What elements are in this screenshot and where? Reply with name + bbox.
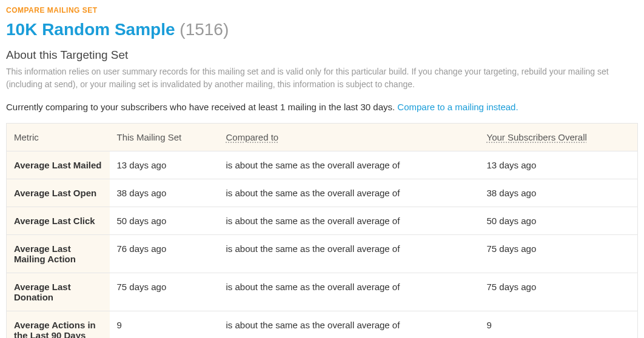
compare-to-mailing-link[interactable]: Compare to a mailing instead. [397, 102, 518, 112]
cell-overall: 50 days ago [480, 207, 638, 234]
cell-this: 9 [110, 311, 219, 338]
cell-this: 38 days ago [110, 179, 219, 207]
description-text: This information relies on user summary … [6, 65, 638, 91]
cell-overall: 13 days ago [480, 151, 638, 179]
page-title: 10K Random Sample (1516) [6, 19, 638, 40]
metrics-table: Metric This Mailing Set Compared to Your… [6, 123, 638, 338]
section-heading: About this Targeting Set [6, 48, 638, 62]
cell-metric: Average Last Open [7, 179, 110, 207]
cell-this: 50 days ago [110, 207, 219, 234]
compare-text: Currently comparing to your subscribers … [6, 102, 397, 112]
cell-metric: Average Last Donation [7, 273, 110, 311]
table-row: Average Actions in the Last 90 Days 9 is… [7, 311, 638, 338]
cell-this: 13 days ago [110, 151, 219, 179]
cell-this: 75 days ago [110, 273, 219, 311]
eyebrow-label: COMPARE MAILING SET [6, 6, 638, 15]
cell-compare: is about the same as the overall average… [219, 234, 480, 273]
cell-metric: Average Last Mailed [7, 151, 110, 179]
title-text: 10K Random Sample [6, 20, 175, 39]
cell-metric: Average Actions in the Last 90 Days [7, 311, 110, 338]
compare-line: Currently comparing to your subscribers … [6, 102, 638, 112]
cell-overall: 75 days ago [480, 234, 638, 273]
header-overall: Your Subscribers Overall [480, 123, 638, 151]
cell-compare: is about the same as the overall average… [219, 207, 480, 234]
cell-metric: Average Last Mailing Action [7, 234, 110, 273]
table-row: Average Last Donation 75 days ago is abo… [7, 273, 638, 311]
table-header-row: Metric This Mailing Set Compared to Your… [7, 123, 638, 151]
cell-overall: 38 days ago [480, 179, 638, 207]
cell-compare: is about the same as the overall average… [219, 179, 480, 207]
title-count: (1516) [179, 20, 229, 39]
cell-overall: 9 [480, 311, 638, 338]
cell-compare: is about the same as the overall average… [219, 311, 480, 338]
cell-compare: is about the same as the overall average… [219, 151, 480, 179]
cell-overall: 75 days ago [480, 273, 638, 311]
table-row: Average Last Click 50 days ago is about … [7, 207, 638, 234]
cell-metric: Average Last Click [7, 207, 110, 234]
header-compared-to: Compared to [219, 123, 480, 151]
cell-compare: is about the same as the overall average… [219, 273, 480, 311]
table-row: Average Last Mailed 13 days ago is about… [7, 151, 638, 179]
table-row: Average Last Open 38 days ago is about t… [7, 179, 638, 207]
cell-this: 76 days ago [110, 234, 219, 273]
table-row: Average Last Mailing Action 76 days ago … [7, 234, 638, 273]
header-this-set: This Mailing Set [110, 123, 219, 151]
header-metric: Metric [7, 123, 110, 151]
